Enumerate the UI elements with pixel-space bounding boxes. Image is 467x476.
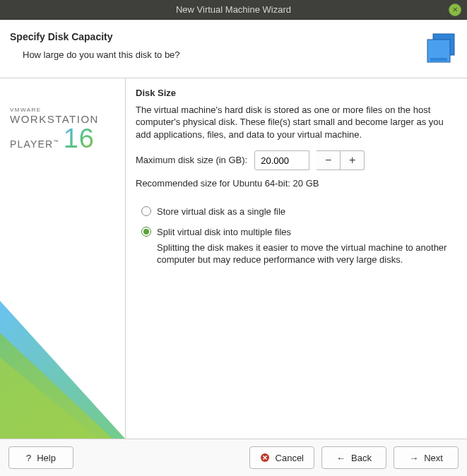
quantity-stepper: − + xyxy=(317,150,365,170)
radio-split-files[interactable]: Split virtual disk into multiple files xyxy=(141,226,457,239)
arrow-left-icon: ← xyxy=(336,453,345,463)
disk-options: Store virtual disk as a single file Spli… xyxy=(136,206,457,266)
page-title: Specify Disk Capacity xyxy=(10,31,180,42)
wizard-window: New Virtual Machine Wizard ✕ Specify Dis… xyxy=(0,0,467,476)
close-icon[interactable]: ✕ xyxy=(449,4,461,16)
arrow-right-icon: → xyxy=(409,453,418,463)
disk-description: The virtual machine's hard disk is store… xyxy=(136,104,457,141)
decorative-wave xyxy=(0,241,125,439)
section-title: Disk Size xyxy=(136,87,457,100)
titlebar: New Virtual Machine Wizard ✕ xyxy=(0,0,467,20)
recommended-size: Recommended size for Ubuntu 64-bit: 20 G… xyxy=(136,177,457,190)
disk-size-input[interactable] xyxy=(254,150,309,170)
vmware-logo: VMWARE WORKSTATION PLAYER™ 16 xyxy=(10,107,99,152)
next-button[interactable]: → Next xyxy=(394,446,459,469)
help-icon: ? xyxy=(26,453,31,463)
split-note: Splitting the disk makes it easier to mo… xyxy=(157,242,457,266)
wizard-content: Disk Size The virtual machine's hard dis… xyxy=(126,78,467,439)
next-label: Next xyxy=(424,453,443,463)
window-title: New Virtual Machine Wizard xyxy=(176,4,291,15)
disk-icon xyxy=(423,31,457,65)
increment-button[interactable]: + xyxy=(341,150,365,170)
page-subtitle: How large do you want this disk to be? xyxy=(10,49,180,60)
svg-rect-2 xyxy=(430,58,447,61)
wizard-body: VMWARE WORKSTATION PLAYER™ 16 xyxy=(0,78,467,439)
cancel-button[interactable]: Cancel xyxy=(249,446,314,469)
radio-icon xyxy=(141,227,151,237)
cancel-icon xyxy=(260,453,270,463)
wizard-header: Specify Disk Capacity How large do you w… xyxy=(0,20,467,78)
sidebar-brand: VMWARE WORKSTATION PLAYER™ 16 xyxy=(0,78,126,439)
radio-icon xyxy=(141,206,151,216)
disk-size-row: Maximum disk size (in GB): − + xyxy=(136,150,457,170)
radio-single-label: Store virtual disk as a single file xyxy=(157,206,285,218)
back-button[interactable]: ← Back xyxy=(321,446,386,469)
back-label: Back xyxy=(351,453,372,463)
decrement-button[interactable]: − xyxy=(317,150,341,170)
header-text: Specify Disk Capacity How large do you w… xyxy=(10,31,180,60)
help-button[interactable]: ? Help xyxy=(8,446,73,469)
wizard-footer: ? Help Cancel ← Back → Next xyxy=(0,439,467,476)
radio-split-label: Split virtual disk into multiple files xyxy=(157,226,291,239)
disk-size-label: Maximum disk size (in GB): xyxy=(136,154,247,167)
brand-vmware: VMWARE xyxy=(10,107,99,113)
brand-version: 16 xyxy=(64,125,95,152)
brand-player: PLAYER™ xyxy=(10,138,59,150)
help-label: Help xyxy=(37,453,56,463)
cancel-label: Cancel xyxy=(276,453,304,463)
radio-single-file[interactable]: Store virtual disk as a single file xyxy=(141,206,457,218)
